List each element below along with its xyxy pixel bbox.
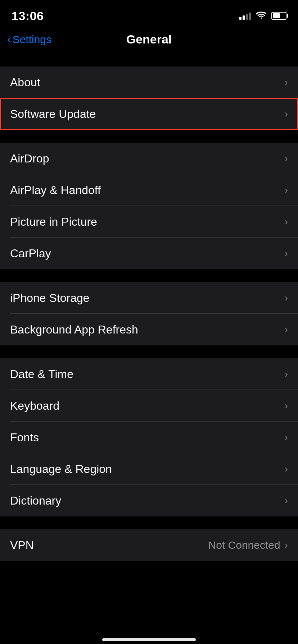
chevron-right-icon: › (285, 496, 288, 506)
section-gap-1 (0, 54, 298, 66)
status-time: 13:06 (12, 9, 44, 23)
row-right-airplay-handoff: › (285, 185, 288, 195)
back-label: Settings (13, 33, 51, 46)
row-right-language-region: › (285, 464, 288, 474)
signal-strength-icon (239, 12, 251, 20)
row-right-airdrop: › (285, 153, 288, 164)
chevron-right-icon: › (285, 153, 288, 164)
battery-icon (271, 12, 286, 20)
chevron-right-icon: › (285, 109, 288, 119)
chevron-right-icon: › (285, 401, 288, 411)
row-label-airdrop: AirDrop (10, 152, 49, 165)
row-right-carplay: › (285, 248, 288, 258)
section-gap-5 (0, 516, 298, 529)
row-label-fonts: Fonts (10, 431, 39, 444)
row-label-picture-in-picture: Picture in Picture (10, 215, 97, 229)
row-right-fonts: › (285, 432, 288, 442)
chevron-right-icon: › (285, 293, 288, 303)
chevron-right-icon: › (285, 248, 288, 258)
settings-row-fonts[interactable]: Fonts › (0, 422, 298, 453)
row-right-keyboard: › (285, 401, 288, 411)
settings-group-3: iPhone Storage › Background App Refresh … (0, 282, 298, 345)
settings-group-vpn: VPN Not Connected › (0, 529, 298, 561)
row-right-software-update: › (285, 109, 288, 119)
home-bar (102, 638, 196, 641)
row-label-about: About (10, 76, 40, 89)
status-bar: 13:06 (0, 0, 298, 29)
row-label-vpn: VPN (10, 539, 34, 552)
row-label-iphone-storage: iPhone Storage (10, 291, 90, 305)
settings-row-keyboard[interactable]: Keyboard › (0, 390, 298, 422)
back-chevron-icon: ‹ (7, 33, 11, 45)
row-right-background-app-refresh: › (285, 325, 288, 335)
settings-row-airdrop[interactable]: AirDrop › (0, 143, 298, 174)
row-right-picture-in-picture: › (285, 217, 288, 227)
settings-row-carplay[interactable]: CarPlay › (0, 238, 298, 269)
row-label-software-update: Software Update (10, 107, 96, 121)
chevron-right-icon: › (285, 77, 288, 87)
settings-row-language-region[interactable]: Language & Region › (0, 453, 298, 485)
row-label-keyboard: Keyboard (10, 399, 59, 413)
chevron-right-icon: › (285, 540, 288, 550)
row-label-airplay-handoff: AirPlay & Handoff (10, 184, 101, 197)
row-right-about: › (285, 77, 288, 87)
settings-group-1: About › Software Update › (0, 66, 298, 130)
settings-row-dictionary[interactable]: Dictionary › (0, 485, 298, 516)
settings-group-2: AirDrop › AirPlay & Handoff › Picture in… (0, 143, 298, 269)
row-label-background-app-refresh: Background App Refresh (10, 323, 138, 336)
nav-header: ‹ Settings General (0, 29, 298, 54)
chevron-right-icon: › (285, 185, 288, 195)
status-icons (239, 11, 286, 20)
chevron-right-icon: › (285, 369, 288, 379)
wifi-icon (256, 11, 266, 20)
row-label-carplay: CarPlay (10, 247, 51, 260)
row-right-vpn: Not Connected › (208, 539, 288, 551)
page-title: General (126, 32, 172, 46)
settings-row-vpn[interactable]: VPN Not Connected › (0, 529, 298, 561)
chevron-right-icon: › (285, 464, 288, 474)
chevron-right-icon: › (285, 325, 288, 335)
section-gap-2 (0, 130, 298, 143)
row-label-language-region: Language & Region (10, 463, 112, 476)
settings-group-4: Date & Time › Keyboard › Fonts › Languag… (0, 358, 298, 516)
row-right-date-time: › (285, 369, 288, 379)
chevron-right-icon: › (285, 432, 288, 442)
settings-row-iphone-storage[interactable]: iPhone Storage › (0, 282, 298, 314)
row-right-iphone-storage: › (285, 293, 288, 303)
section-gap-3 (0, 269, 298, 282)
section-gap-4 (0, 345, 298, 358)
row-label-dictionary: Dictionary (10, 494, 61, 507)
settings-row-airplay-handoff[interactable]: AirPlay & Handoff › (0, 174, 298, 206)
settings-row-background-app-refresh[interactable]: Background App Refresh › (0, 314, 298, 345)
back-button[interactable]: ‹ Settings (7, 33, 51, 46)
settings-row-date-time[interactable]: Date & Time › (0, 358, 298, 390)
vpn-status: Not Connected (208, 539, 280, 551)
row-label-date-time: Date & Time (10, 368, 73, 381)
row-right-dictionary: › (285, 496, 288, 506)
bottom-spacer (0, 561, 298, 590)
settings-row-about[interactable]: About › (0, 66, 298, 98)
chevron-right-icon: › (285, 217, 288, 227)
home-indicator (0, 632, 298, 644)
settings-row-software-update[interactable]: Software Update › (0, 98, 298, 130)
settings-row-picture-in-picture[interactable]: Picture in Picture › (0, 206, 298, 238)
